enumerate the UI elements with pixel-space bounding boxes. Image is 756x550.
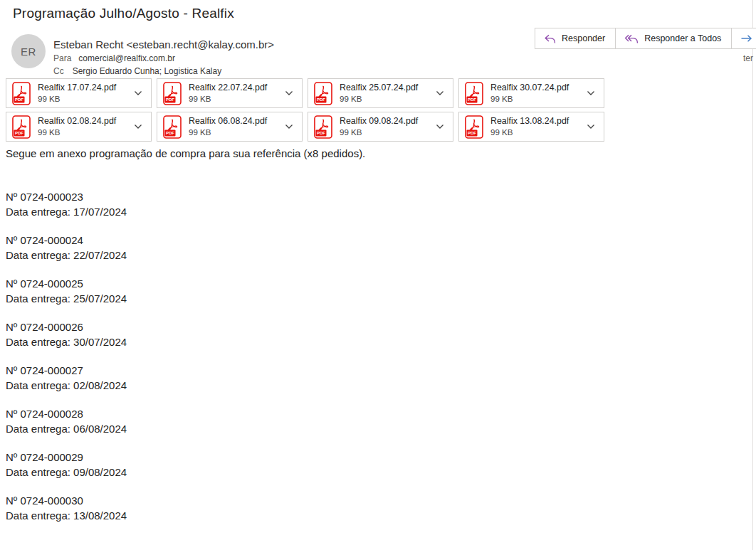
attachment-size: 99 KB	[490, 127, 584, 137]
order-item: Nº 0724-000025 Data entrega: 25/07/2024	[6, 276, 739, 306]
attachment-size: 99 KB	[38, 127, 131, 137]
chevron-down-icon[interactable]	[285, 90, 293, 96]
to-recipients[interactable]: comercial@realfix.com.br	[78, 53, 175, 64]
order-delivery-date: Data entrega: 09/08/2024	[6, 465, 739, 480]
attachment-chip[interactable]: PDF Realfix 02.08.24.pdf 99 KB	[6, 112, 152, 142]
body-intro: Segue em anexo programação de compra par…	[6, 146, 739, 161]
attachment-chip[interactable]: PDF Realfix 30.07.24.pdf 99 KB	[458, 78, 604, 108]
attachment-info: Realfix 25.07.24.pdf 99 KB	[340, 83, 433, 104]
attachment-chip[interactable]: PDF Realfix 06.08.24.pdf 99 KB	[157, 112, 303, 142]
reply-button[interactable]: Responder	[535, 28, 616, 49]
order-delivery-date: Data entrega: 30/07/2024	[6, 334, 739, 349]
order-item: Nº 0724-000024 Data entrega: 22/07/2024	[6, 233, 739, 263]
chevron-down-icon[interactable]	[436, 90, 444, 96]
svg-text:PDF: PDF	[468, 131, 476, 135]
avatar-initials: ER	[21, 46, 36, 58]
attachment-name: Realfix 25.07.24.pdf	[340, 83, 433, 93]
forward-button[interactable]: Encaminhar	[731, 28, 756, 49]
pane-edge-divider	[752, 0, 753, 550]
sender-block: Esteban Recht <esteban.recht@kalay.com.b…	[53, 38, 274, 77]
attachment-size: 99 KB	[189, 94, 282, 104]
attachment-info: Realfix 13.08.24.pdf 99 KB	[490, 116, 584, 137]
pdf-file-icon: PDF	[163, 82, 182, 105]
pdf-file-icon: PDF	[314, 115, 332, 139]
email-reading-pane: Programação Julho/Agosto - Realfix ER Es…	[0, 0, 756, 550]
attachment-size: 99 KB	[340, 127, 433, 137]
svg-text:PDF: PDF	[15, 131, 23, 135]
attachment-size: 99 KB	[189, 127, 282, 137]
chevron-down-icon[interactable]	[134, 90, 142, 96]
reply-all-button-label: Responder a Todos	[644, 33, 721, 43]
attachment-chip[interactable]: PDF Realfix 13.08.24.pdf 99 KB	[458, 112, 604, 142]
attachment-info: Realfix 02.08.24.pdf 99 KB	[38, 116, 131, 137]
reply-button-label: Responder	[562, 33, 605, 43]
attachment-name: Realfix 22.07.24.pdf	[189, 83, 282, 93]
order-delivery-date: Data entrega: 25/07/2024	[6, 291, 739, 306]
order-number: Nº 0724-000024	[6, 233, 739, 248]
order-delivery-date: Data entrega: 02/08/2024	[6, 378, 739, 393]
svg-text:PDF: PDF	[317, 97, 325, 102]
svg-text:PDF: PDF	[468, 97, 476, 102]
order-item: Nº 0724-000029 Data entrega: 09/08/2024	[6, 450, 739, 480]
email-subject: Programação Julho/Agosto - Realfix	[13, 6, 234, 21]
pdf-file-icon: PDF	[12, 82, 31, 105]
attachments-list: PDF Realfix 17.07.24.pdf 99 KB PDF Realf…	[6, 78, 746, 145]
avatar[interactable]: ER	[11, 34, 46, 68]
attachment-size: 99 KB	[340, 94, 433, 104]
cc-line: Cc Sergio Eduardo Cunha; Logistica Kalay	[53, 65, 274, 77]
order-item: Nº 0724-000027 Data entrega: 02/08/2024	[6, 363, 739, 393]
cc-recipients[interactable]: Sergio Eduardo Cunha; Logistica Kalay	[73, 65, 221, 77]
svg-text:PDF: PDF	[166, 131, 174, 135]
attachment-info: Realfix 22.07.24.pdf 99 KB	[189, 83, 282, 104]
chevron-down-icon[interactable]	[436, 124, 444, 129]
to-line: Para comercial@realfix.com.br	[53, 53, 274, 64]
order-number: Nº 0724-000027	[6, 363, 739, 378]
chevron-down-icon[interactable]	[587, 90, 595, 96]
attachment-chip[interactable]: PDF Realfix 17.07.24.pdf 99 KB	[6, 78, 152, 108]
to-label: Para	[53, 53, 71, 64]
order-number: Nº 0724-000025	[6, 276, 739, 291]
svg-text:PDF: PDF	[166, 97, 174, 102]
chevron-down-icon[interactable]	[134, 124, 142, 129]
pdf-file-icon: PDF	[12, 115, 31, 139]
attachment-name: Realfix 13.08.24.pdf	[490, 116, 584, 127]
attachment-info: Realfix 06.08.24.pdf 99 KB	[189, 116, 282, 137]
attachment-info: Realfix 30.07.24.pdf 99 KB	[490, 83, 584, 104]
attachment-name: Realfix 02.08.24.pdf	[38, 116, 131, 127]
reply-all-button[interactable]: Responder a Todos	[615, 28, 732, 49]
order-item: Nº 0724-000030 Data entrega: 13/08/2024	[6, 493, 739, 523]
order-delivery-date: Data entrega: 13/08/2024	[6, 508, 739, 523]
order-number: Nº 0724-000026	[6, 319, 739, 334]
cc-label: Cc	[53, 65, 64, 77]
attachment-info: Realfix 09.08.24.pdf 99 KB	[340, 116, 433, 137]
attachment-name: Realfix 17.07.24.pdf	[38, 83, 131, 93]
order-number: Nº 0724-000028	[6, 406, 739, 421]
order-delivery-date: Data entrega: 06/08/2024	[6, 421, 739, 436]
attachment-info: Realfix 17.07.24.pdf 99 KB	[38, 83, 131, 104]
forward-icon	[740, 33, 752, 43]
attachment-name: Realfix 09.08.24.pdf	[340, 116, 433, 127]
attachment-chip[interactable]: PDF Realfix 22.07.24.pdf 99 KB	[157, 78, 303, 108]
attachment-name: Realfix 30.07.24.pdf	[490, 83, 584, 93]
chevron-down-icon[interactable]	[285, 124, 293, 129]
pdf-file-icon: PDF	[465, 82, 483, 105]
pdf-file-icon: PDF	[314, 82, 332, 105]
svg-text:PDF: PDF	[15, 97, 23, 102]
order-delivery-date: Data entrega: 17/07/2024	[6, 204, 739, 219]
svg-text:PDF: PDF	[317, 131, 325, 135]
order-number: Nº 0724-000023	[6, 189, 739, 204]
order-delivery-date: Data entrega: 22/07/2024	[6, 248, 739, 263]
attachment-name: Realfix 06.08.24.pdf	[189, 116, 282, 127]
chevron-down-icon[interactable]	[587, 124, 595, 129]
order-number: Nº 0724-000030	[6, 493, 739, 508]
order-item: Nº 0724-000026 Data entrega: 30/07/2024	[6, 319, 739, 349]
attachment-chip[interactable]: PDF Realfix 25.07.24.pdf 99 KB	[308, 78, 453, 108]
attachment-chip[interactable]: PDF Realfix 09.08.24.pdf 99 KB	[308, 112, 453, 142]
pdf-file-icon: PDF	[465, 115, 483, 139]
reply-icon	[544, 33, 556, 44]
order-item: Nº 0724-000028 Data entrega: 06/08/2024	[6, 406, 739, 436]
attachment-size: 99 KB	[38, 94, 131, 104]
sender-name[interactable]: Esteban Recht <esteban.recht@kalay.com.b…	[53, 38, 274, 51]
attachment-size: 99 KB	[490, 94, 584, 104]
order-item: Nº 0724-000023 Data entrega: 17/07/2024	[6, 189, 739, 219]
